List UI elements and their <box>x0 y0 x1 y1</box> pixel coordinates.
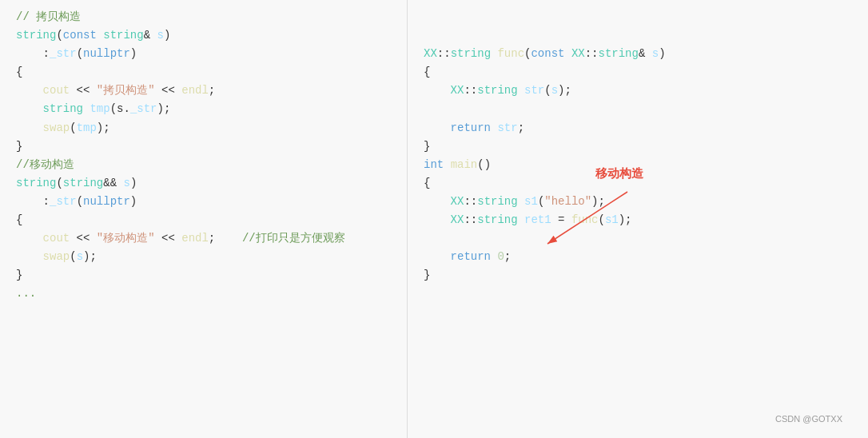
left-code-panel: // 拷贝构造string(const string& s) :_str(nul… <box>0 0 408 438</box>
annotation-label: 移动构造 <box>595 166 643 181</box>
code-line: cout << "拷贝构造" << endl; <box>16 82 391 100</box>
brace-line: { <box>424 63 852 82</box>
code-line: XX::string ret1 = func(s1); <box>424 211 852 229</box>
code-line: :_str(nullptr) <box>16 193 391 211</box>
code-line: string tmp(s._str); <box>16 100 391 118</box>
brace-line: } <box>424 137 852 156</box>
blank-line <box>424 100 852 118</box>
code-line: swap(tmp); <box>16 119 391 137</box>
brace-line: { <box>16 211 391 229</box>
blank-line <box>424 8 852 26</box>
code-line: swap(s); <box>16 248 391 266</box>
left-code-block: // 拷贝构造string(const string& s) :_str(nul… <box>16 8 391 304</box>
code-line: string(string&& s) <box>16 174 391 193</box>
right-code-block: XX::string func(const XX::string& s){ XX… <box>424 8 852 285</box>
blank-line <box>424 229 852 248</box>
code-line: cout << "移动构造" << endl; //打印只是方便观察 <box>16 229 391 248</box>
brace-line: } <box>16 137 391 156</box>
code-line: XX::string str(s); <box>424 82 852 100</box>
brace-line: } <box>424 266 852 285</box>
blank-line <box>424 26 852 45</box>
watermark: CSDN @GOTXX <box>775 414 842 424</box>
comment-line: ... <box>16 285 391 303</box>
comment-line: // 拷贝构造 <box>16 8 391 26</box>
code-line: :_str(nullptr) <box>16 45 391 63</box>
code-line: return 0; <box>424 248 852 266</box>
right-code-panel: XX::string func(const XX::string& s){ XX… <box>408 0 868 438</box>
brace-line: { <box>16 63 391 82</box>
code-line: XX::string func(const XX::string& s) <box>424 45 852 63</box>
code-line: string(const string& s) <box>16 26 391 45</box>
comment-line: //移动构造 <box>16 156 391 174</box>
code-line: XX::string s1("hello"); <box>424 193 852 211</box>
code-line: return str; <box>424 119 852 137</box>
brace-line: } <box>16 266 391 285</box>
